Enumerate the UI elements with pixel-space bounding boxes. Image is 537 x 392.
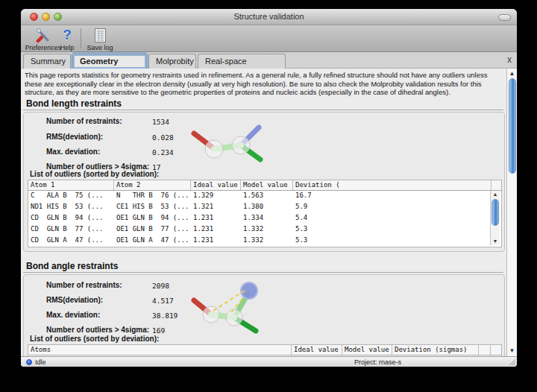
table-header-cell[interactable]: Deviation (sigmas): [392, 345, 479, 355]
table-cell: OE1 GLN A 47 (...: [114, 235, 191, 247]
table-cell: CE1 HIS B 53 (...: [114, 202, 191, 213]
table-cell: CD GLN B 94 (...: [28, 213, 114, 224]
table-cell: 5.3: [293, 224, 492, 235]
stat-label: Max. deviation:: [46, 148, 100, 156]
bond-angle-groupbox: Number of restraints: 2098 RMS(deviation…: [23, 274, 505, 356]
stat-value: 169: [152, 326, 165, 335]
table-cell: 1.332: [241, 235, 293, 247]
title-bar[interactable]: Structure validation: [21, 9, 517, 25]
stat-label: Number of restraints:: [46, 281, 122, 289]
table-header-cell[interactable]: [479, 345, 491, 355]
bond-length-groupbox: Number of restraints: 1534 RMS(deviation…: [23, 112, 505, 252]
table-cell: 1.563: [241, 191, 293, 202]
table-header-cell[interactable]: Atoms: [28, 345, 292, 355]
stat-value: 4.517: [152, 297, 174, 305]
bond-length-table-scrollbar[interactable]: ▲ ▼: [490, 191, 500, 245]
stat-value: 0.234: [152, 148, 174, 157]
table-cell: 1.332: [241, 224, 293, 235]
table-cell: CD GLN B 77 (...: [28, 224, 114, 235]
table-header-cell[interactable]: Atom 1: [28, 180, 114, 190]
table-cell: 5.4: [293, 213, 492, 224]
status-bar: Idle Project: rnase-s: [21, 356, 517, 367]
table-cell: 1.380: [241, 202, 293, 213]
main-scrollbar-thumb[interactable]: [509, 78, 516, 174]
table-row[interactable]: CD GLN B 94 (...OE1 GLN B 94 (...1.2311.…: [28, 213, 501, 224]
table-cell: N THR B 76 (...: [114, 191, 191, 202]
stat-label: Max. deviation:: [46, 311, 100, 319]
table-header-cell[interactable]: Deviation (: [293, 180, 492, 190]
table-cell: 5.3: [293, 235, 492, 247]
scroll-down-icon[interactable]: ▼: [491, 238, 500, 245]
table-header-cell[interactable]: Model value: [241, 180, 293, 190]
scrollbar-thumb[interactable]: [492, 199, 499, 226]
main-scrollbar[interactable]: ▲ ▼: [506, 69, 517, 356]
table-cell: CD GLN A 47 (...: [28, 235, 114, 247]
stat-label: RMS(deviation):: [46, 133, 103, 141]
bond-length-molecule-image: [186, 122, 272, 171]
table-cell: 1.334: [241, 213, 293, 224]
save-log-label: Save log: [82, 44, 118, 51]
bond-length-list-label: List of outliers (sorted by deviation):: [30, 170, 159, 178]
tab-bar: Summary Geometry outliers Molprobity Rea…: [21, 52, 517, 69]
bond-length-outliers-table[interactable]: Atom 1Atom 2Ideal valueModel valueDeviat…: [28, 180, 502, 247]
geometry-outliers-panel: This page reports statistics for geometr…: [21, 69, 517, 356]
bond-angle-list-label: List of outliers (sorted by deviation):: [30, 335, 159, 343]
tab-summary[interactable]: Summary: [23, 54, 71, 69]
toolbar-toggle-pill-button[interactable]: [498, 14, 511, 21]
bond-length-heading: Bond length restraints: [26, 98, 122, 109]
stat-value: 2098: [152, 282, 169, 290]
structure-validation-window: Structure validation Preferences ? Help: [21, 9, 517, 367]
table-header-row: Atom 1Atom 2Ideal valueModel valueDeviat…: [28, 180, 501, 191]
table-row[interactable]: ND1 HIS B 53 (...CE1 HIS B 53 (...1.3211…: [28, 202, 501, 213]
table-cell: C ALA B 75 (...: [28, 191, 114, 202]
status-project: Project: rnase-s: [354, 358, 401, 366]
scroll-up-icon[interactable]: ▲: [491, 191, 500, 198]
toolbar-separator: [81, 28, 81, 48]
stat-value: 38.819: [152, 312, 178, 320]
scroll-up-icon[interactable]: ▲: [507, 69, 517, 78]
table-cell: 5.9: [293, 202, 492, 213]
spreadsheet-icon: [82, 27, 118, 43]
table-cell: 16.7: [293, 191, 492, 202]
resize-grip[interactable]: [508, 358, 516, 366]
bond-angle-outliers-table[interactable]: AtomsIdeal valueModel valueDeviation (si…: [28, 344, 502, 356]
table-cell: ND1 HIS B 53 (...: [28, 202, 114, 213]
status-text: Idle: [35, 358, 46, 366]
table-cell: OE1 GLN B 94 (...: [114, 213, 191, 224]
table-header-row: AtomsIdeal valueModel valueDeviation (si…: [28, 345, 501, 355]
table-header-cell[interactable]: Model value: [342, 345, 392, 355]
help-button[interactable]: ? Help: [55, 27, 79, 51]
table-cell: 1.231: [191, 213, 241, 224]
stat-value: 1534: [152, 118, 169, 126]
scroll-down-icon[interactable]: ▼: [507, 347, 517, 355]
status-idle-icon: [26, 359, 32, 365]
toolbar: Preferences ? Help Save: [21, 25, 517, 52]
stat-label: Number of restraints:: [46, 117, 122, 125]
help-label: Help: [55, 44, 79, 51]
table-row[interactable]: CD GLN B 77 (...OE1 GLN B 77 (...1.2311.…: [28, 224, 501, 235]
tab-geometry-outliers[interactable]: Geometry outliers: [72, 54, 147, 69]
page-description: This page reports statistics for geometr…: [25, 71, 502, 97]
bond-angle-heading: Bond angle restraints: [26, 261, 118, 271]
stat-label: RMS(deviation):: [46, 296, 103, 304]
bond-angle-molecule-image: [186, 281, 276, 339]
table-cell: 1.231: [191, 235, 241, 247]
tab-real-space-correlation[interactable]: Real-space correlation: [198, 54, 286, 69]
table-cell: 1.231: [191, 224, 241, 235]
table-row[interactable]: C ALA B 75 (...N THR B 76 (...1.3291.563…: [28, 191, 501, 202]
table-header-cell[interactable]: Ideal value: [292, 345, 342, 355]
close-panel-icon[interactable]: x: [507, 54, 512, 65]
stat-value: 0.028: [152, 133, 174, 142]
table-cell: OE1 GLN B 77 (...: [114, 224, 191, 235]
save-log-button[interactable]: Save log: [82, 27, 118, 51]
table-cell: 1.321: [191, 202, 241, 213]
table-header-cell[interactable]: Atom 2: [114, 180, 191, 190]
section-divider: [23, 110, 503, 110]
window-title: Structure validation: [21, 12, 517, 21]
table-header-cell[interactable]: Ideal value: [191, 180, 241, 190]
table-row[interactable]: CD GLN A 47 (...OE1 GLN A 47 (...1.2311.…: [28, 235, 501, 247]
section-divider: [23, 272, 503, 273]
tab-molprobity[interactable]: Molprobity: [148, 54, 196, 69]
question-mark-icon: ?: [55, 27, 79, 43]
stat-label: Number of outliers > 4sigma:: [46, 326, 149, 334]
